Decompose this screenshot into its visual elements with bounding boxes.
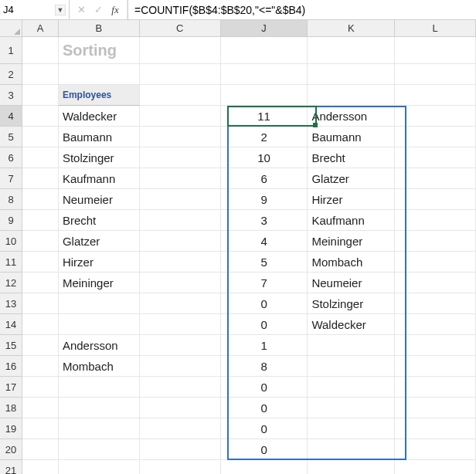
cell[interactable]: 2 — [221, 127, 308, 147]
cell[interactable]: Hirzer — [308, 189, 395, 210]
cell[interactable] — [22, 85, 59, 106]
cell[interactable]: 11 — [221, 106, 308, 127]
cell[interactable] — [140, 64, 221, 85]
row-header[interactable]: 18 — [0, 398, 22, 418]
cell[interactable]: Mombach — [59, 356, 140, 377]
cell[interactable] — [308, 356, 395, 377]
cell[interactable]: 0 — [221, 439, 308, 460]
cell[interactable] — [140, 231, 221, 252]
cell[interactable] — [221, 64, 308, 85]
cell[interactable]: Neumeier — [59, 189, 140, 210]
cell[interactable] — [140, 189, 221, 210]
cell[interactable] — [140, 293, 221, 314]
cell[interactable] — [308, 335, 395, 356]
cell[interactable]: Waldecker — [308, 314, 395, 335]
cell[interactable]: 6 — [221, 168, 308, 189]
cell[interactable] — [22, 398, 59, 418]
row-header[interactable]: 4 — [0, 106, 22, 127]
cell[interactable]: Hirzer — [59, 252, 140, 273]
cell[interactable]: Kaufmann — [308, 210, 395, 231]
cell[interactable] — [22, 439, 59, 460]
cell[interactable] — [221, 85, 308, 106]
cell[interactable] — [59, 439, 140, 460]
cell[interactable] — [140, 460, 221, 474]
col-header-L[interactable]: L — [395, 20, 476, 37]
row-header[interactable]: 11 — [0, 252, 22, 273]
cell[interactable]: Brecht — [308, 147, 395, 168]
cell[interactable] — [140, 252, 221, 273]
name-box-dropdown-icon[interactable]: ▼ — [55, 5, 66, 15]
cell[interactable] — [395, 314, 476, 335]
cell[interactable] — [395, 460, 476, 474]
cell[interactable]: Brecht — [59, 210, 140, 231]
cell[interactable] — [395, 127, 476, 147]
cell[interactable]: Baumann — [308, 127, 395, 147]
cell[interactable] — [22, 37, 59, 64]
cell[interactable] — [140, 356, 221, 377]
row-header[interactable]: 21 — [0, 460, 22, 474]
cell[interactable] — [140, 398, 221, 418]
cell[interactable] — [395, 418, 476, 439]
cell[interactable] — [395, 189, 476, 210]
cell[interactable]: Meininger — [59, 273, 140, 293]
cell[interactable]: Andersson — [59, 335, 140, 356]
cell[interactable] — [22, 356, 59, 377]
cell[interactable] — [221, 37, 308, 64]
select-all-corner[interactable] — [0, 20, 22, 37]
cell[interactable] — [59, 314, 140, 335]
cell[interactable] — [22, 252, 59, 273]
cell[interactable]: 3 — [221, 210, 308, 231]
cell[interactable]: Glatzer — [59, 231, 140, 252]
table-header-cell[interactable]: Employees — [59, 85, 140, 106]
col-header-C[interactable]: C — [140, 20, 221, 37]
col-header-B[interactable]: B — [59, 20, 140, 37]
cell[interactable] — [140, 314, 221, 335]
row-header[interactable]: 6 — [0, 147, 22, 168]
cell[interactable] — [140, 85, 221, 106]
cell[interactable] — [395, 231, 476, 252]
row-header[interactable]: 2 — [0, 64, 22, 85]
row-header[interactable]: 1 — [0, 37, 22, 64]
cell[interactable]: 0 — [221, 314, 308, 335]
cell[interactable] — [22, 106, 59, 127]
cancel-icon[interactable]: ✕ — [73, 0, 90, 19]
cell[interactable] — [59, 377, 140, 398]
cell[interactable] — [395, 273, 476, 293]
row-header[interactable]: 10 — [0, 231, 22, 252]
cell[interactable] — [22, 168, 59, 189]
cell[interactable] — [59, 64, 140, 85]
row-header[interactable]: 3 — [0, 85, 22, 106]
cell[interactable] — [140, 147, 221, 168]
cell[interactable] — [308, 64, 395, 85]
cell[interactable]: 0 — [221, 398, 308, 418]
cell[interactable]: Waldecker — [59, 106, 140, 127]
cell[interactable] — [395, 64, 476, 85]
row-header[interactable]: 20 — [0, 439, 22, 460]
cell[interactable] — [395, 85, 476, 106]
title-cell[interactable]: Sorting — [59, 37, 140, 64]
row-header[interactable]: 9 — [0, 210, 22, 231]
row-header[interactable]: 14 — [0, 314, 22, 335]
cell[interactable] — [395, 439, 476, 460]
row-header[interactable]: 17 — [0, 377, 22, 398]
cell[interactable]: Stolzinger — [308, 293, 395, 314]
cell[interactable] — [22, 147, 59, 168]
formula-input[interactable]: =COUNTIF($B$4:$B$20,"<="&$B4) — [128, 0, 476, 19]
cell[interactable] — [22, 335, 59, 356]
row-header[interactable]: 16 — [0, 356, 22, 377]
cell[interactable] — [59, 293, 140, 314]
cell[interactable]: Neumeier — [308, 273, 395, 293]
row-header[interactable]: 19 — [0, 418, 22, 439]
cell[interactable]: 8 — [221, 356, 308, 377]
cell[interactable]: Stolzinger — [59, 147, 140, 168]
cell[interactable] — [221, 460, 308, 474]
cell[interactable] — [395, 252, 476, 273]
row-header[interactable]: 15 — [0, 335, 22, 356]
cell[interactable]: 10 — [221, 147, 308, 168]
cell[interactable]: Andersson — [308, 106, 395, 127]
cell[interactable] — [22, 460, 59, 474]
cell[interactable] — [140, 106, 221, 127]
cell[interactable] — [59, 398, 140, 418]
cell[interactable]: Mombach — [308, 252, 395, 273]
name-box[interactable]: J4 ▼ — [0, 0, 70, 19]
